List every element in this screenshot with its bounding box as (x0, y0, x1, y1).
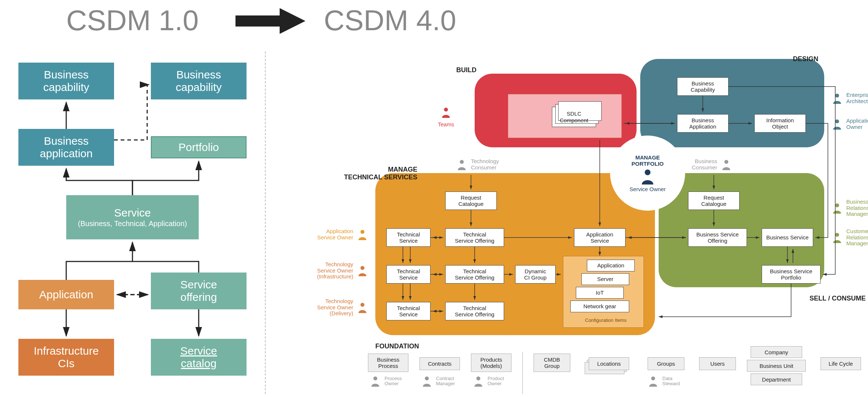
mp-bottom: PORTFOLIO (631, 161, 664, 167)
right-arrows (0, 0, 868, 397)
svg-point-0 (645, 169, 651, 175)
mp-top: MANAGE (635, 154, 660, 161)
manage-portfolio-circle: MANAGEPORTFOLIO Service Owner (611, 136, 684, 210)
mp-role: Service Owner (630, 186, 666, 192)
service-owner-icon (640, 168, 655, 185)
